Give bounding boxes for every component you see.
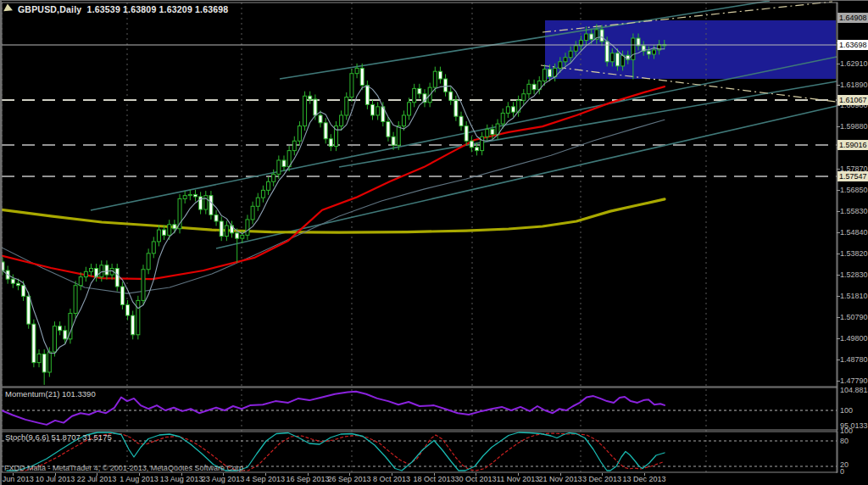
bull-candle[interactable] bbox=[527, 84, 531, 93]
bear-candle[interactable] bbox=[647, 51, 650, 54]
bear-candle[interactable] bbox=[324, 123, 327, 139]
bear-candle[interactable] bbox=[309, 96, 312, 99]
bear-candle[interactable] bbox=[605, 42, 609, 62]
bull-candle[interactable] bbox=[136, 300, 140, 334]
bear-candle[interactable] bbox=[105, 265, 108, 275]
bull-candle[interactable] bbox=[298, 126, 301, 142]
bull-candle[interactable] bbox=[251, 206, 254, 220]
bear-candle[interactable] bbox=[64, 331, 67, 339]
bull-candle[interactable] bbox=[204, 196, 208, 209]
bear-candle[interactable] bbox=[126, 304, 130, 315]
bear-candle[interactable] bbox=[27, 296, 31, 324]
bull-candle[interactable] bbox=[564, 58, 567, 62]
bull-candle[interactable] bbox=[350, 74, 353, 98]
bear-candle[interactable] bbox=[11, 279, 14, 283]
bear-candle[interactable] bbox=[236, 233, 239, 238]
bear-candle[interactable] bbox=[600, 30, 604, 42]
bear-candle[interactable] bbox=[173, 225, 176, 229]
bull-candle[interactable] bbox=[340, 115, 343, 126]
bull-candle[interactable] bbox=[506, 107, 509, 114]
bull-candle[interactable] bbox=[522, 94, 526, 101]
bull-candle[interactable] bbox=[481, 137, 484, 150]
bear-candle[interactable] bbox=[438, 71, 442, 79]
bear-candle[interactable] bbox=[548, 70, 552, 77]
bear-candle[interactable] bbox=[319, 115, 322, 123]
bull-candle[interactable] bbox=[157, 230, 160, 242]
bear-candle[interactable] bbox=[32, 324, 36, 362]
bull-candle[interactable] bbox=[303, 96, 307, 125]
bull-candle[interactable] bbox=[501, 113, 504, 124]
bull-candle[interactable] bbox=[267, 181, 270, 190]
bear-candle[interactable] bbox=[590, 34, 593, 39]
bull-candle[interactable] bbox=[397, 126, 400, 146]
bear-candle[interactable] bbox=[131, 315, 135, 335]
bull-candle[interactable] bbox=[559, 62, 562, 69]
bull-candle[interactable] bbox=[292, 141, 296, 150]
bull-candle[interactable] bbox=[261, 190, 264, 198]
bear-candle[interactable] bbox=[115, 269, 119, 287]
bull-candle[interactable] bbox=[168, 225, 171, 236]
bull-candle[interactable] bbox=[355, 68, 359, 73]
bear-candle[interactable] bbox=[329, 139, 332, 147]
bear-candle[interactable] bbox=[459, 116, 463, 125]
bull-candle[interactable] bbox=[272, 174, 275, 181]
bull-candle[interactable] bbox=[241, 235, 244, 238]
chart-canvas[interactable] bbox=[0, 1, 868, 485]
bear-candle[interactable] bbox=[58, 326, 62, 331]
bear-candle[interactable] bbox=[470, 141, 473, 148]
bull-candle[interactable] bbox=[574, 46, 577, 51]
bull-candle[interactable] bbox=[142, 270, 145, 301]
bear-candle[interactable] bbox=[42, 354, 46, 372]
bear-candle[interactable] bbox=[214, 215, 218, 221]
bear-candle[interactable] bbox=[163, 230, 166, 235]
bull-candle[interactable] bbox=[84, 271, 87, 276]
bull-candle[interactable] bbox=[74, 286, 77, 314]
bull-candle[interactable] bbox=[408, 103, 411, 115]
bear-candle[interactable] bbox=[193, 194, 197, 197]
bear-candle[interactable] bbox=[615, 53, 619, 66]
bull-candle[interactable] bbox=[277, 160, 281, 174]
bull-candle[interactable] bbox=[610, 53, 614, 62]
bear-candle[interactable] bbox=[465, 126, 468, 142]
bear-candle[interactable] bbox=[1, 262, 4, 270]
bear-candle[interactable] bbox=[449, 92, 453, 100]
bull-candle[interactable] bbox=[183, 196, 186, 199]
bull-candle[interactable] bbox=[100, 265, 103, 277]
bear-candle[interactable] bbox=[387, 122, 390, 137]
bear-candle[interactable] bbox=[120, 287, 124, 304]
bull-candle[interactable] bbox=[402, 115, 405, 126]
bear-candle[interactable] bbox=[532, 84, 536, 89]
bear-candle[interactable] bbox=[365, 86, 369, 105]
bull-candle[interactable] bbox=[413, 88, 416, 102]
bull-candle[interactable] bbox=[653, 50, 656, 54]
bull-candle[interactable] bbox=[345, 97, 348, 114]
bull-candle[interactable] bbox=[542, 70, 546, 81]
bull-candle[interactable] bbox=[47, 352, 51, 372]
bull-candle[interactable] bbox=[246, 220, 249, 235]
bear-candle[interactable] bbox=[454, 100, 458, 116]
bull-candle[interactable] bbox=[79, 277, 82, 286]
bull-candle[interactable] bbox=[433, 71, 437, 87]
bear-candle[interactable] bbox=[220, 221, 223, 237]
bear-candle[interactable] bbox=[491, 129, 494, 134]
bull-candle[interactable] bbox=[147, 254, 150, 270]
bear-candle[interactable] bbox=[444, 79, 448, 92]
bear-candle[interactable] bbox=[418, 88, 421, 93]
bear-candle[interactable] bbox=[16, 283, 19, 286]
bull-candle[interactable] bbox=[256, 198, 259, 206]
bear-candle[interactable] bbox=[282, 160, 286, 167]
bear-candle[interactable] bbox=[512, 107, 515, 112]
bull-candle[interactable] bbox=[188, 194, 192, 195]
bull-candle[interactable] bbox=[585, 34, 588, 41]
bull-candle[interactable] bbox=[37, 354, 41, 363]
trendline-channel-mid[interactable] bbox=[91, 57, 837, 210]
bull-candle[interactable] bbox=[632, 38, 635, 59]
bear-candle[interactable] bbox=[314, 99, 317, 115]
bear-candle[interactable] bbox=[209, 196, 213, 215]
bull-candle[interactable] bbox=[376, 107, 380, 115]
bull-candle[interactable] bbox=[90, 269, 93, 272]
bull-candle[interactable] bbox=[152, 242, 155, 254]
bull-candle[interactable] bbox=[225, 226, 228, 237]
bull-candle[interactable] bbox=[53, 326, 56, 352]
bear-candle[interactable] bbox=[475, 148, 478, 151]
